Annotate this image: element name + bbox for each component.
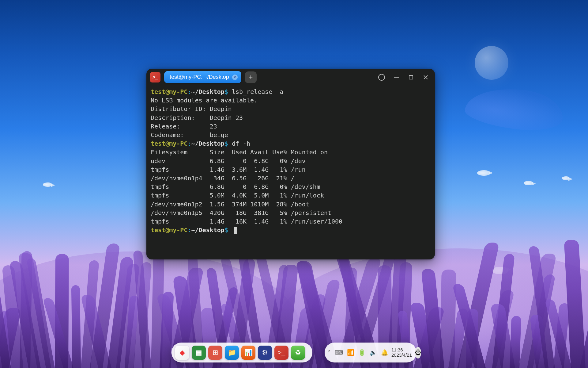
new-tab-button[interactable]: + xyxy=(245,71,257,83)
tab-title: test@my-PC: ~/Desktop xyxy=(170,74,229,80)
dock[interactable]: ◆▦⊞📁📊⚙>_♻ xyxy=(172,343,312,362)
terminal-app-icon: >_ xyxy=(150,72,160,82)
moon-decoration xyxy=(475,46,508,80)
dock-item-terminal[interactable]: >_ xyxy=(274,346,288,360)
terminal-output[interactable]: test@my-PC:~/Desktop$ lsb_release -a No … xyxy=(146,86,435,236)
titlebar[interactable]: >_ test@my-PC: ~/Desktop × + ⋯ xyxy=(146,69,435,86)
dock-item-app-store[interactable]: ⊞ xyxy=(208,346,222,360)
battery-icon[interactable]: 🔋 xyxy=(358,349,366,356)
dock-item-file-manager[interactable]: 📁 xyxy=(225,346,239,360)
minimize-icon xyxy=(394,77,399,78)
clock[interactable]: 11:36 2023/4/21 xyxy=(391,347,412,358)
tab-active[interactable]: test@my-PC: ~/Desktop × xyxy=(164,71,241,83)
close-tab-icon[interactable]: × xyxy=(232,75,238,80)
dock-item-trash[interactable]: ♻ xyxy=(291,346,305,360)
fish-decoration xyxy=(524,181,533,185)
system-tray[interactable]: ˄⌨📶🔋🔈🔔 11:36 2023/4/21 ⏻ xyxy=(325,343,417,362)
tray-expand-icon[interactable]: ˄ xyxy=(328,349,331,356)
whale-decoration xyxy=(463,82,566,135)
date-text: 2023/4/21 xyxy=(391,353,412,358)
fish-decoration xyxy=(43,182,52,187)
dock-item-launcher[interactable]: ◆ xyxy=(175,346,189,360)
fish-decoration xyxy=(562,176,570,180)
dock-item-system-monitor[interactable]: 📊 xyxy=(241,346,255,360)
time-text: 11:36 xyxy=(391,347,412,353)
minimize-button[interactable] xyxy=(391,72,402,83)
dock-item-multitasking[interactable]: ▦ xyxy=(192,346,206,360)
maximize-icon xyxy=(409,75,413,79)
ellipsis-icon: ⋯ xyxy=(378,74,385,81)
wifi-icon[interactable]: 📶 xyxy=(347,349,354,356)
volume-icon[interactable]: 🔈 xyxy=(370,349,377,356)
power-button[interactable]: ⏻ xyxy=(415,347,421,358)
maximize-button[interactable] xyxy=(405,72,417,83)
dock-item-control-center[interactable]: ⚙ xyxy=(258,346,272,360)
terminal-window[interactable]: >_ test@my-PC: ~/Desktop × + ⋯ test@my-P… xyxy=(146,69,435,259)
notifications-icon[interactable]: 🔔 xyxy=(381,349,388,356)
close-icon xyxy=(423,75,428,80)
input-method-icon[interactable]: ⌨ xyxy=(335,349,343,356)
menu-button[interactable]: ⋯ xyxy=(376,72,387,83)
fish-decoration xyxy=(477,170,490,176)
power-icon: ⏻ xyxy=(415,349,421,356)
close-window-button[interactable] xyxy=(420,72,431,83)
